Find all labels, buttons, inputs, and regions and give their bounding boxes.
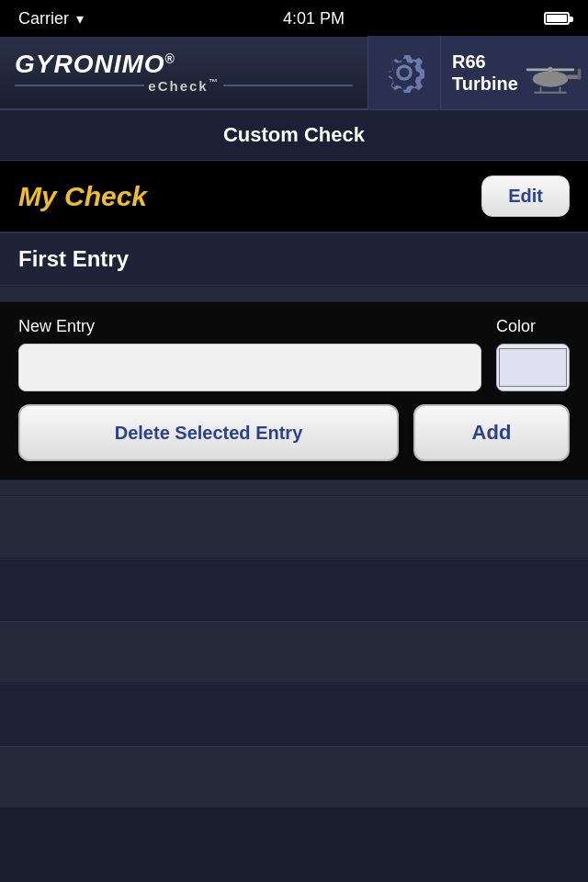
new-entry-input[interactable] <box>18 344 481 391</box>
settings-button[interactable] <box>368 36 441 109</box>
list-row <box>0 621 588 684</box>
color-picker[interactable] <box>496 344 570 391</box>
my-check-label: My Check <box>18 181 147 212</box>
new-entry-section: New Entry Color Delete Selected Entry Ad… <box>0 302 588 480</box>
gear-icon <box>384 52 424 93</box>
list-row <box>0 746 588 808</box>
navbar: Gyronimo® eCheck™ R66 Turbine <box>0 37 588 110</box>
model-info: R66 Turbine <box>441 36 588 109</box>
model-text: R66 Turbine <box>452 51 518 95</box>
color-col: Color <box>496 317 570 391</box>
new-entry-label: New Entry <box>18 317 481 336</box>
list-row <box>0 496 588 559</box>
helicopter-icon <box>518 50 577 96</box>
list-row <box>0 684 588 746</box>
new-entry-col: New Entry <box>18 317 481 391</box>
first-entry-label: First Entry <box>18 246 129 271</box>
list-row <box>0 559 588 621</box>
status-bar: Carrier ▾ 4:01 PM <box>0 0 588 37</box>
new-entry-row: New Entry Color <box>18 317 570 391</box>
battery-icon <box>544 12 570 25</box>
page-title: Custom Check <box>223 123 365 147</box>
color-label: Color <box>496 317 570 336</box>
carrier-text: Carrier <box>18 9 69 28</box>
edit-button[interactable]: Edit <box>481 175 570 217</box>
add-button[interactable]: Add <box>413 404 570 461</box>
brand-sub: eCheck™ <box>15 77 353 94</box>
delete-selected-button[interactable]: Delete Selected Entry <box>18 404 399 461</box>
my-check-section: My Check Edit <box>0 161 588 233</box>
svg-point-0 <box>533 71 569 87</box>
wifi-icon: ▾ <box>76 10 84 28</box>
carrier-info: Carrier ▾ <box>18 9 84 28</box>
time-display: 4:01 PM <box>283 9 345 28</box>
action-buttons: Delete Selected Entry Add <box>18 404 570 461</box>
page-title-bar: Custom Check <box>0 110 588 161</box>
list-section <box>0 496 588 808</box>
brand-name: Gyronimo® <box>15 51 353 77</box>
first-entry-section: First Entry <box>0 233 588 286</box>
logo: Gyronimo® eCheck™ <box>0 44 368 101</box>
echeck-label: eCheck™ <box>148 77 219 94</box>
svg-point-4 <box>548 67 552 72</box>
svg-rect-2 <box>578 69 582 80</box>
divider-2 <box>0 480 588 496</box>
divider-1 <box>0 286 588 302</box>
